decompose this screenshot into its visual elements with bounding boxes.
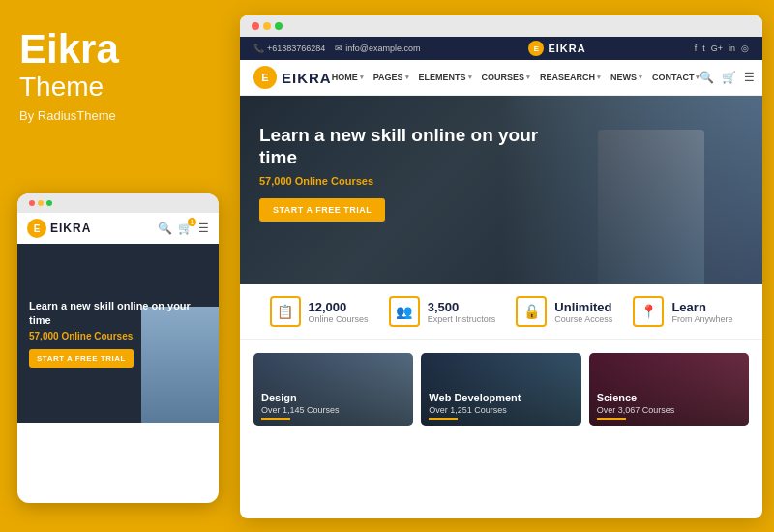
cart-icon[interactable]: 🛒 1 — [178, 222, 193, 235]
stat-learn: 📍 Learn From Anywhere — [633, 296, 732, 327]
nav-logo[interactable]: E EIKRA — [253, 66, 332, 89]
learn-number: Learn — [671, 300, 732, 314]
desktop-nav: E EIKRA HOME ▾ PAGES ▾ ELEMENTS ▾ COURSE… — [240, 60, 762, 96]
stat-access-text: Unlimited Course Access — [554, 300, 612, 324]
mobile-traffic-lights — [29, 200, 52, 206]
nav-menu: HOME ▾ PAGES ▾ ELEMENTS ▾ COURSES ▾ REAS… — [332, 73, 700, 82]
nav-contact[interactable]: CONTACT ▾ — [652, 73, 700, 82]
web-card-title: Web Development — [429, 392, 573, 403]
topbar-contact: 📞 +61383766284 ✉ info@example.com — [253, 44, 421, 53]
science-card-title: Science — [597, 392, 741, 403]
nav-logo-icon: E — [253, 66, 277, 89]
online-courses-icon: 📋 — [270, 296, 301, 327]
course-card-science[interactable]: Science Over 3,067 Courses — [589, 353, 749, 426]
access-icon: 🔓 — [516, 296, 547, 327]
stats-bar: 📋 12,000 Online Courses 👥 3,500 Expert I… — [240, 284, 762, 340]
hero-title: Learn a new skill online on your time — [259, 125, 550, 169]
science-card-count: Over 3,067 Courses — [597, 405, 741, 415]
hero-content: Learn a new skill online on your time 57… — [240, 96, 762, 251]
topbar-logo-icon: E — [528, 41, 544, 56]
design-card-count: Over 1,145 Courses — [261, 405, 405, 415]
nav-elements[interactable]: ELEMENTS ▾ — [419, 73, 472, 82]
nav-news[interactable]: NEWS ▾ — [610, 73, 642, 82]
cart-badge: 1 — [188, 218, 196, 226]
browser-green-dot — [275, 22, 283, 30]
googleplus-icon[interactable]: G+ — [711, 44, 723, 53]
nav-logo-text: EIKRA — [282, 70, 332, 86]
instructors-icon: 👥 — [389, 296, 420, 327]
rss-icon[interactable]: ◎ — [741, 44, 749, 53]
stat-learn-text: Learn From Anywhere — [671, 300, 732, 324]
linkedin-icon[interactable]: in — [729, 44, 735, 53]
brand-by: By RadiusTheme — [19, 108, 116, 123]
mobile-logo-text: EIKRA — [50, 222, 91, 235]
browser-traffic-lights — [252, 22, 283, 30]
desktop-topbar: 📞 +61383766284 ✉ info@example.com E EIKR… — [240, 37, 762, 60]
learn-icon: 📍 — [633, 296, 664, 327]
stat-online-courses-text: 12,000 Online Courses — [309, 300, 369, 324]
mobile-navbar: E EIKRA 🔍 🛒 1 ☰ — [17, 213, 219, 244]
stat-instructors-text: 3,500 Expert Instructors — [428, 300, 496, 324]
menu-icon[interactable]: ☰ — [198, 222, 209, 235]
topbar-logo-text: EIKRA — [548, 43, 585, 54]
design-card-title: Design — [261, 392, 405, 403]
course-card-web[interactable]: Web Development Over 1,251 Courses — [421, 353, 580, 426]
mobile-hero-title: Learn a new skill online on your time — [29, 299, 207, 327]
topbar-logo-center: E EIKRA — [528, 41, 585, 56]
mobile-logo-icon: E — [27, 219, 46, 238]
topbar-socials: f t G+ in ◎ — [695, 44, 749, 53]
mobile-mockup: E EIKRA 🔍 🛒 1 ☰ Learn a new skill online… — [17, 193, 219, 503]
design-card-underline — [261, 418, 290, 420]
desktop-hero: Learn a new skill online on your time 57… — [240, 96, 762, 284]
mobile-hero: Learn a new skill online on your time 57… — [17, 244, 219, 423]
mobile-start-trial-button[interactable]: START A FREE TRIAL — [29, 349, 134, 368]
stat-instructors: 👥 3,500 Expert Instructors — [389, 296, 496, 327]
nav-actions: 🔍 🛒 ☰ — [700, 71, 755, 84]
learn-label: From Anywhere — [671, 314, 732, 324]
topbar-phone: 📞 +61383766284 — [253, 44, 325, 53]
mobile-nav-icons: 🔍 🛒 1 ☰ — [158, 222, 209, 235]
instructors-label: Expert Instructors — [428, 314, 496, 324]
science-card-content: Science Over 3,067 Courses — [589, 353, 749, 426]
topbar-email: ✉ info@example.com — [335, 44, 420, 53]
mobile-hero-count: 57,000 Online Courses — [29, 331, 207, 341]
hero-start-trial-button[interactable]: START A FREE TRIAL — [259, 198, 385, 222]
nav-courses[interactable]: COURSES ▾ — [482, 73, 531, 82]
hero-count-highlight: 57,000 — [259, 175, 292, 187]
desktop-mockup: 📞 +61383766284 ✉ info@example.com E EIKR… — [240, 15, 762, 518]
brand-title: Eikra — [19, 29, 119, 70]
browser-red-dot — [252, 22, 259, 30]
course-card-design[interactable]: Design Over 1,145 Courses — [253, 353, 413, 426]
course-cards: Design Over 1,145 Courses Web Developmen… — [240, 340, 762, 439]
online-courses-number: 12,000 — [309, 300, 369, 314]
hero-subtitle: 57,000 Online Courses — [259, 175, 743, 187]
access-number: Unlimited — [554, 300, 612, 314]
red-dot — [29, 200, 35, 206]
hero-count-suffix: Online Courses — [295, 175, 373, 187]
design-card-content: Design Over 1,145 Courses — [253, 353, 413, 426]
search-icon[interactable]: 🔍 — [158, 222, 172, 235]
nav-cart-icon[interactable]: 🛒 — [722, 71, 736, 84]
stat-access: 🔓 Unlimited Course Access — [516, 296, 612, 327]
nav-pages[interactable]: PAGES ▾ — [373, 73, 409, 82]
brand-subtitle: Theme — [19, 72, 104, 103]
browser-yellow-dot — [263, 22, 271, 30]
mobile-hero-count-suffix: Online Courses — [61, 331, 133, 341]
web-card-count: Over 1,251 Courses — [429, 405, 573, 415]
facebook-icon[interactable]: f — [695, 44, 698, 53]
nav-home[interactable]: HOME ▾ — [332, 73, 364, 82]
browser-bar — [240, 15, 762, 37]
nav-search-icon[interactable]: 🔍 — [700, 71, 714, 84]
web-card-content: Web Development Over 1,251 Courses — [421, 353, 580, 426]
nav-research[interactable]: REASEARCH ▾ — [540, 73, 601, 82]
mobile-browser-bar — [17, 193, 219, 213]
science-card-underline — [597, 418, 626, 420]
mobile-hero-highlight: 57,000 — [29, 331, 59, 341]
nav-menu-icon[interactable]: ☰ — [744, 71, 755, 84]
online-courses-label: Online Courses — [309, 314, 369, 324]
web-card-underline — [429, 418, 458, 420]
email-icon: ✉ — [335, 44, 342, 53]
twitter-icon[interactable]: t — [702, 44, 705, 53]
stat-online-courses: 📋 12,000 Online Courses — [270, 296, 369, 327]
instructors-number: 3,500 — [428, 300, 496, 314]
